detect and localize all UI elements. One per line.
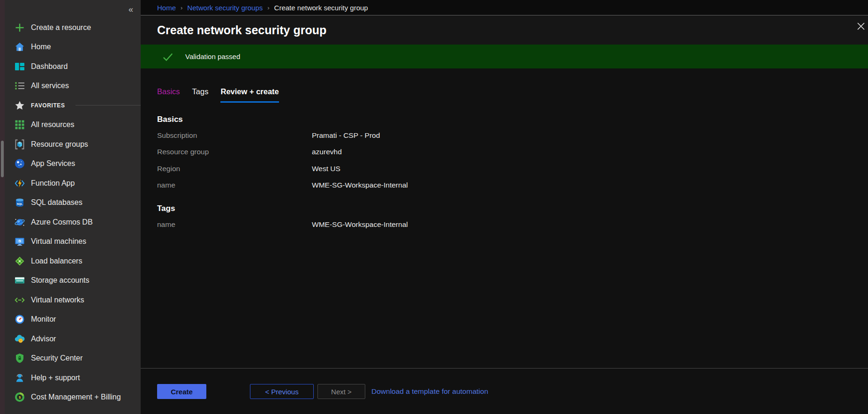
row-label: Subscription <box>157 131 312 140</box>
all-services-icon <box>14 80 25 91</box>
row-label: name <box>157 181 312 189</box>
virtual-machine-icon <box>14 236 25 247</box>
svg-text:SQL: SQL <box>17 202 23 205</box>
row-value: azurevhd <box>312 148 342 156</box>
tab-basics[interactable]: Basics <box>157 87 180 103</box>
sidebar-item-resource-groups[interactable]: Resource groups <box>5 135 141 154</box>
virtual-network-icon <box>14 294 25 306</box>
sidebar-item-virtual-machines[interactable]: Virtual machines <box>5 232 141 252</box>
storage-icon <box>14 275 25 286</box>
sidebar-item-label: SQL databases <box>31 198 83 207</box>
main-panel: Home › Network security groups › Create … <box>141 0 868 414</box>
sidebar-item-dashboard[interactable]: Dashboard <box>5 57 141 76</box>
footer-bar: Create < Previous Next > Download a temp… <box>141 368 868 414</box>
previous-button[interactable]: < Previous <box>250 384 314 399</box>
checkmark-icon <box>162 51 174 63</box>
row-label: Resource group <box>157 148 312 156</box>
review-row-region: Region West US <box>157 160 868 177</box>
sidebar-item-label: Load balancers <box>31 257 82 265</box>
favorites-label: FAVORITES <box>31 102 65 109</box>
sidebar-item-label: Cost Management + Billing <box>31 393 121 401</box>
basics-section-heading: Basics <box>157 115 868 124</box>
sidebar-item-label: All services <box>31 82 69 90</box>
breadcrumb-separator-icon: › <box>267 4 269 11</box>
sidebar-item-help-support[interactable]: Help + support <box>5 368 141 388</box>
window-edge-strip <box>0 0 5 414</box>
monitor-icon <box>14 314 25 325</box>
sidebar-item-label: Help + support <box>31 374 80 382</box>
sidebar-item-create-a-resource[interactable]: Create a resource <box>5 18 141 38</box>
breadcrumb-separator-icon: › <box>181 4 182 11</box>
validation-message: Validation passed <box>185 53 240 60</box>
close-icon[interactable] <box>857 22 865 30</box>
next-button[interactable]: Next > <box>317 384 365 399</box>
app-services-icon <box>14 158 25 169</box>
review-row-subscription: Subscription Pramati - CSP - Prod <box>157 127 868 144</box>
row-label: name <box>157 220 312 229</box>
sidebar-item-cost-management-billing[interactable]: $ Cost Management + Billing <box>5 388 141 407</box>
basics-rows: Subscription Pramati - CSP - Prod Resour… <box>157 127 868 194</box>
sql-database-icon: SQL <box>14 197 25 208</box>
sidebar-item-label: Dashboard <box>31 62 68 71</box>
sidebar-item-label: Resource groups <box>31 140 88 149</box>
sidebar-item-label: Storage accounts <box>31 276 90 285</box>
cosmos-db-icon <box>14 217 25 228</box>
sidebar: « Create a resource Home Dashboard All s… <box>5 0 141 414</box>
sidebar-item-label: Virtual networks <box>31 296 84 304</box>
breadcrumb-link-home[interactable]: Home <box>157 4 176 12</box>
row-label: Region <box>157 165 312 173</box>
plus-icon <box>14 22 25 33</box>
page-title: Create network security group <box>157 23 326 37</box>
load-balancer-icon <box>14 256 25 267</box>
sidebar-item-app-services[interactable]: App Services <box>5 154 141 174</box>
favorites-divider <box>75 105 141 105</box>
sidebar-item-function-app[interactable]: Function App <box>5 173 141 193</box>
breadcrumb-current: Create network security group <box>274 4 368 12</box>
advisor-icon <box>14 333 25 345</box>
sidebar-nav: Create a resource Home Dashboard All ser… <box>5 18 141 407</box>
scrollbar-thumb[interactable] <box>1 141 4 177</box>
breadcrumb: Home › Network security groups › Create … <box>141 0 868 15</box>
tab-tags[interactable]: Tags <box>192 87 209 103</box>
tags-rows: name WME-SG-Workspace-Internal <box>157 216 868 233</box>
dashboard-icon <box>14 61 25 72</box>
sidebar-item-virtual-networks[interactable]: Virtual networks <box>5 290 141 310</box>
sidebar-item-all-services[interactable]: All services <box>5 76 141 96</box>
sidebar-item-label: Advisor <box>31 335 56 343</box>
sidebar-item-storage-accounts[interactable]: Storage accounts <box>5 271 141 291</box>
download-template-link[interactable]: Download a template for automation <box>371 387 488 396</box>
tab-review-create[interactable]: Review + create <box>220 87 279 103</box>
row-value: WME-SG-Workspace-Internal <box>312 220 408 229</box>
cost-management-icon: $ <box>14 391 25 403</box>
sidebar-item-monitor[interactable]: Monitor <box>5 310 141 330</box>
star-icon <box>14 100 25 111</box>
collapse-sidebar-icon[interactable]: « <box>128 5 133 15</box>
sidebar-item-load-balancers[interactable]: Load balancers <box>5 251 141 271</box>
sidebar-item-security-center[interactable]: Security Center <box>5 349 141 369</box>
sidebar-favorites-header: FAVORITES <box>5 96 141 115</box>
review-row-tag-name: name WME-SG-Workspace-Internal <box>157 216 868 233</box>
row-value: Pramati - CSP - Prod <box>312 131 380 140</box>
row-value: WME-SG-Workspace-Internal <box>312 181 408 189</box>
sidebar-item-all-resources[interactable]: All resources <box>5 115 141 135</box>
sidebar-item-label: App Services <box>31 159 75 168</box>
sidebar-item-azure-cosmos-db[interactable]: Azure Cosmos DB <box>5 212 141 232</box>
row-value: West US <box>312 165 340 173</box>
sidebar-item-label: Security Center <box>31 354 83 362</box>
tags-section-heading: Tags <box>157 204 868 213</box>
tab-bar: Basics Tags Review + create <box>157 87 868 103</box>
grid-icon <box>14 119 25 130</box>
validation-banner: Validation passed <box>141 45 868 68</box>
title-bar: Create network security group <box>141 16 868 45</box>
review-row-name: name WME-SG-Workspace-Internal <box>157 177 868 194</box>
sidebar-item-sql-databases[interactable]: SQL SQL databases <box>5 193 141 213</box>
help-support-icon <box>14 372 25 384</box>
create-button[interactable]: Create <box>157 384 206 399</box>
sidebar-item-label: Monitor <box>31 315 56 324</box>
breadcrumb-link-network-security-groups[interactable]: Network security groups <box>187 4 263 12</box>
review-content: Basics Tags Review + create Basics Subsc… <box>141 68 868 368</box>
sidebar-item-advisor[interactable]: Advisor <box>5 329 141 349</box>
sidebar-item-label: Create a resource <box>31 23 91 32</box>
sidebar-item-label: Azure Cosmos DB <box>31 218 93 226</box>
sidebar-item-home[interactable]: Home <box>5 38 141 57</box>
